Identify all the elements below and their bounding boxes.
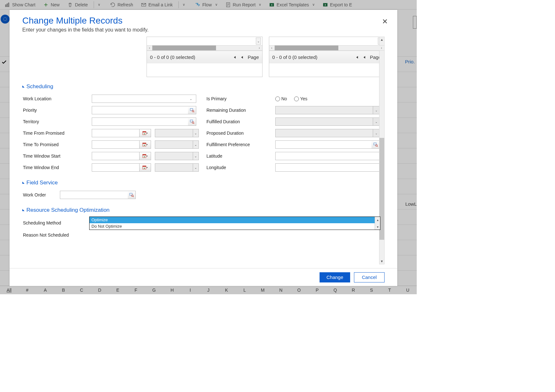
chevron-down-icon[interactable]: ⌄ bbox=[373, 129, 380, 137]
label-proposed-duration: Proposed Duration bbox=[206, 131, 275, 136]
label-priority: Priority bbox=[22, 108, 92, 113]
fulfilled-duration-input[interactable] bbox=[275, 118, 373, 126]
lookup-icon bbox=[373, 142, 378, 147]
svg-point-11 bbox=[192, 110, 194, 112]
section-scheduling[interactable]: Scheduling bbox=[22, 83, 385, 90]
scroll-left-icon[interactable]: ‹ bbox=[147, 46, 152, 50]
chevron-down-icon[interactable]: ⌄ bbox=[193, 140, 199, 149]
label-time-from-promised: Time From Promised bbox=[22, 131, 92, 136]
remaining-duration-input[interactable] bbox=[275, 106, 373, 114]
svg-point-29 bbox=[132, 195, 133, 196]
longitude-input[interactable] bbox=[275, 163, 380, 172]
scroll-left-icon[interactable]: ‹ bbox=[269, 46, 275, 50]
time-window-end-time[interactable] bbox=[155, 163, 193, 172]
dialog-scrollbar[interactable]: ▲ ▼ bbox=[379, 37, 385, 264]
subgrid-left: ⌄ ‹ › 0 - 0 of 0 (0 selected) Page bbox=[147, 37, 263, 77]
time-from-promised-date[interactable] bbox=[92, 129, 140, 137]
calendar-button[interactable] bbox=[140, 163, 151, 172]
section-rso[interactable]: Resource Scheduling Optimization bbox=[22, 207, 385, 213]
label-fulfillment-preference: Fulfillment Preference bbox=[206, 142, 275, 147]
label-territory: Territory bbox=[22, 119, 92, 124]
dialog-subtitle: Enter your changes in the fields that yo… bbox=[22, 27, 385, 33]
lookup-icon bbox=[190, 108, 195, 113]
lookup-button[interactable] bbox=[371, 140, 380, 149]
work-location-select[interactable]: ⌄ bbox=[92, 95, 196, 103]
label-time-window-start: Time Window Start bbox=[22, 153, 92, 159]
prev-page-icon[interactable] bbox=[240, 55, 244, 60]
proposed-duration-input[interactable] bbox=[275, 129, 373, 137]
scroll-up-icon[interactable]: ▲ bbox=[379, 37, 384, 42]
label-scheduling-method: Scheduling Method bbox=[22, 217, 89, 225]
svg-rect-24 bbox=[142, 166, 146, 167]
time-from-promised-time[interactable] bbox=[155, 129, 193, 137]
scroll-right-icon[interactable]: › bbox=[379, 46, 384, 50]
time-window-start-time[interactable] bbox=[155, 152, 193, 160]
lookup-button[interactable] bbox=[188, 118, 196, 126]
chevron-down-icon: ⌄ bbox=[187, 97, 195, 101]
label-latitude: Latitude bbox=[206, 153, 275, 159]
section-field-service[interactable]: Field Service bbox=[22, 180, 385, 186]
dropdown-option-optimize[interactable]: Optimize bbox=[90, 217, 375, 223]
change-button[interactable]: Change bbox=[320, 272, 350, 282]
scheduling-method-dropdown[interactable]: Optimize Do Not Optimize ▴▾ bbox=[89, 217, 380, 230]
cancel-button[interactable]: Cancel bbox=[354, 272, 385, 282]
label-fulfilled-duration: Fulfilled Duration bbox=[206, 119, 275, 124]
territory-input[interactable] bbox=[92, 118, 188, 126]
label-work-order: Work Order bbox=[22, 192, 60, 197]
chevron-down-icon[interactable]: ⌄ bbox=[193, 152, 199, 160]
work-order-input[interactable] bbox=[60, 191, 128, 199]
calendar-icon bbox=[142, 154, 148, 158]
prev-page-icon[interactable] bbox=[362, 55, 367, 60]
chevron-down-icon[interactable]: ⌄ bbox=[256, 38, 261, 45]
calendar-icon bbox=[142, 165, 148, 170]
chevron-down-icon[interactable]: ⌄ bbox=[373, 118, 380, 126]
lookup-icon bbox=[190, 119, 195, 124]
change-multiple-records-dialog: Change Multiple Records Enter your chang… bbox=[10, 10, 397, 286]
calendar-button[interactable] bbox=[140, 152, 151, 160]
dialog-footer: Change Cancel bbox=[10, 268, 397, 286]
first-page-icon[interactable] bbox=[355, 55, 359, 60]
time-to-promised-date[interactable] bbox=[92, 140, 140, 149]
is-primary-yes[interactable]: Yes bbox=[294, 96, 307, 101]
label-remaining-duration: Remaining Duration bbox=[206, 108, 275, 113]
hscrollbar[interactable]: ‹ › bbox=[147, 45, 262, 51]
dropdown-scrollbar[interactable]: ▴▾ bbox=[375, 217, 380, 230]
calendar-icon bbox=[142, 142, 148, 147]
latitude-input[interactable] bbox=[275, 152, 380, 160]
label-work-location: Work Location bbox=[22, 96, 92, 101]
label-time-window-end: Time Window End bbox=[22, 165, 92, 170]
first-page-icon[interactable] bbox=[232, 55, 237, 60]
fulfillment-preference-input[interactable] bbox=[275, 140, 371, 149]
lookup-button[interactable] bbox=[188, 106, 196, 114]
calendar-button[interactable] bbox=[140, 129, 151, 137]
hscrollbar[interactable]: ‹ › bbox=[269, 45, 385, 51]
priority-input[interactable] bbox=[92, 106, 188, 114]
svg-point-19 bbox=[144, 145, 145, 146]
subgrid-right: ⌄ ‹ › 0 - 0 of 0 (0 selected) Page bbox=[269, 37, 385, 77]
svg-point-25 bbox=[144, 168, 145, 169]
svg-point-13 bbox=[192, 122, 194, 123]
chevron-down-icon[interactable]: ⌄ bbox=[193, 129, 199, 137]
is-primary-no[interactable]: No bbox=[275, 96, 287, 101]
label-reason-not-scheduled: Reason Not Scheduled bbox=[22, 232, 89, 238]
dropdown-option-do-not-optimize[interactable]: Do Not Optimize bbox=[90, 223, 375, 230]
calendar-icon bbox=[142, 131, 148, 135]
time-window-start-date[interactable] bbox=[92, 152, 140, 160]
dialog-title: Change Multiple Records bbox=[22, 16, 385, 26]
label-time-to-promised: Time To Promised bbox=[22, 142, 92, 147]
label-is-primary: Is Primary bbox=[206, 96, 275, 101]
lookup-button[interactable] bbox=[128, 191, 136, 199]
time-window-end-date[interactable] bbox=[92, 163, 140, 172]
svg-point-27 bbox=[376, 145, 377, 146]
scroll-down-icon[interactable]: ▼ bbox=[379, 259, 384, 264]
time-to-promised-time[interactable] bbox=[155, 140, 193, 149]
scroll-right-icon[interactable]: › bbox=[257, 46, 262, 50]
calendar-button[interactable] bbox=[140, 140, 151, 149]
close-button[interactable]: ✕ bbox=[382, 18, 388, 26]
svg-point-16 bbox=[144, 133, 145, 134]
chevron-down-icon[interactable]: ⌄ bbox=[373, 106, 380, 114]
subgrid-status: 0 - 0 of 0 (0 selected) bbox=[150, 54, 195, 60]
chevron-down-icon[interactable]: ⌄ bbox=[193, 163, 199, 172]
label-longitude: Longitude bbox=[206, 165, 275, 170]
svg-rect-18 bbox=[142, 143, 146, 144]
